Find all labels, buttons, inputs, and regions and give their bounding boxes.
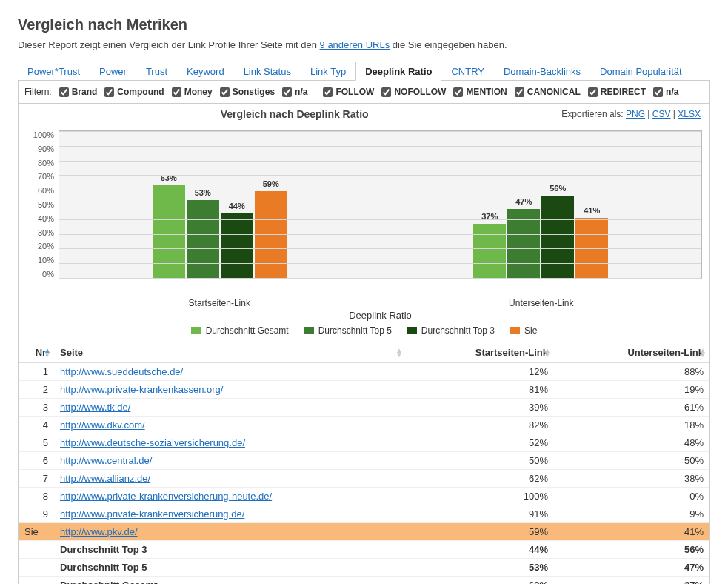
table-row-highlight: Siehttp://www.pkv.de/59%41%: [19, 523, 709, 541]
x-axis-label: Deeplink Ratio: [26, 310, 702, 321]
filter-checkbox[interactable]: [104, 87, 114, 97]
export-xlsx[interactable]: XLSX: [678, 109, 701, 119]
bar-durchschnitt-gesamt: 63%: [153, 185, 185, 278]
filter-checkbox[interactable]: [323, 87, 333, 97]
bar-durchschnitt-top-3: 44%: [221, 213, 253, 278]
table-row: 7http://www.allianz.de/62%38%: [19, 470, 709, 488]
table-row-summary: Durchschnitt Top 553%47%: [19, 559, 709, 577]
col-seite[interactable]: Seite▲▼: [54, 342, 406, 363]
filter-sonstiges[interactable]: Sonstiges: [220, 87, 275, 97]
tab-link-status[interactable]: Link Status: [234, 62, 301, 81]
table-row: 8http://www.private-krankenversicherung-…: [19, 488, 709, 505]
filter-mention[interactable]: MENTION: [453, 87, 507, 97]
chart-legend: Durchschnitt GesamtDurchschnitt Top 5Dur…: [26, 321, 702, 337]
tab-domain-popularit-t[interactable]: Domain Popularität: [590, 62, 692, 81]
data-table: Nr. ▲▼ Seite▲▼ Startseiten-Link▲▼ Unters…: [19, 342, 709, 584]
filter-nofollow[interactable]: NOFOLLOW: [381, 87, 446, 97]
tab-link-typ[interactable]: Link Typ: [301, 62, 355, 81]
table-row-summary: Durchschnitt Top 344%56%: [19, 541, 709, 559]
x-category: Unterseiten-Link: [381, 298, 703, 308]
col-unter[interactable]: Unterseiten-Link▲▼: [554, 342, 709, 363]
table-row: 1http://www.sueddeutsche.de/12%88%: [19, 363, 709, 381]
filter-checkbox[interactable]: [381, 87, 391, 97]
tab-power[interactable]: Power: [90, 62, 136, 81]
filter-brand[interactable]: Brand: [59, 87, 98, 97]
table-row: 9http://www.private-krankenversicherung.…: [19, 505, 709, 523]
url-link[interactable]: http://www.deutsche-sozialversicherung.d…: [60, 437, 245, 448]
filter-checkbox[interactable]: [220, 87, 230, 97]
filter-checkbox[interactable]: [453, 87, 463, 97]
filter-checkbox[interactable]: [588, 87, 598, 97]
legend-item: Sie: [510, 325, 537, 336]
panel: Filtern: BrandCompoundMoneySonstigesn/a …: [18, 81, 710, 584]
export-png[interactable]: PNG: [626, 109, 645, 119]
url-link[interactable]: http://www.sueddeutsche.de/: [60, 366, 183, 377]
tab-cntry[interactable]: CNTRY: [441, 62, 494, 81]
chart: Vergleich nach Deeplink Ratio Exportiere…: [19, 104, 709, 342]
url-link[interactable]: http://www.tk.de/: [60, 402, 130, 413]
filter-label: Filtern:: [24, 87, 52, 97]
bar-durchschnitt-top-5: 53%: [187, 200, 219, 278]
url-link[interactable]: http://www.private-krankenversicherung-h…: [60, 491, 272, 502]
url-link[interactable]: http://www.pkv.de/: [60, 526, 138, 537]
filter-follow[interactable]: FOLLOW: [323, 87, 374, 97]
page-subtitle: Dieser Report zeigt einen Vergleich der …: [18, 39, 710, 50]
legend-item: Durchschnitt Top 3: [407, 325, 495, 336]
tab-domain-backlinks[interactable]: Domain-Backlinks: [494, 62, 590, 81]
filter-divider: [315, 85, 315, 99]
filter-checkbox[interactable]: [172, 87, 181, 97]
filter-checkbox[interactable]: [653, 87, 663, 97]
url-link[interactable]: http://www.private-krankenversicherung.d…: [60, 508, 244, 520]
tab-power-trust[interactable]: Power*Trust: [18, 62, 90, 81]
col-nr[interactable]: Nr. ▲▼: [19, 342, 54, 363]
table-row-summary: Durchschnitt Gesamt63%37%: [19, 577, 709, 585]
filter-n/a[interactable]: n/a: [653, 87, 678, 97]
filter-n/a[interactable]: n/a: [282, 87, 307, 97]
bar-durchschnitt-top-3: 56%: [541, 196, 574, 278]
bar-durchschnitt-gesamt: 37%: [473, 224, 506, 278]
page-title: Vergleich nach Metriken: [18, 16, 710, 33]
table-row: 6http://www.central.de/50%50%: [19, 452, 709, 470]
filter-checkbox[interactable]: [515, 87, 524, 97]
url-link[interactable]: http://www.private-krankenkassen.org/: [60, 384, 223, 395]
filter-money[interactable]: Money: [172, 87, 213, 97]
metric-tabs: Power*TrustPowerTrustKeywordLink StatusL…: [18, 61, 710, 81]
url-link[interactable]: http://www.allianz.de/: [60, 473, 150, 484]
url-link[interactable]: http://www.central.de/: [60, 455, 152, 466]
filter-canonical[interactable]: CANONICAL: [515, 87, 581, 97]
x-category: Startseiten-Link: [59, 298, 381, 308]
export-options: Exportieren als: PNG | CSV | XLSX: [561, 109, 701, 119]
legend-item: Durchschnitt Gesamt: [191, 325, 289, 336]
plot-area: 63%53%44%59%37%47%56%41%: [59, 130, 702, 279]
col-start[interactable]: Startseiten-Link▲▼: [406, 342, 554, 363]
tab-deeplink-ratio[interactable]: Deeplink Ratio: [355, 62, 441, 81]
table-row: 2http://www.private-krankenkassen.org/81…: [19, 381, 709, 399]
tab-trust[interactable]: Trust: [136, 62, 177, 81]
table-row: 4http://www.dkv.com/82%18%: [19, 417, 709, 434]
legend-item: Durchschnitt Top 5: [304, 325, 392, 336]
other-urls-link[interactable]: 9 anderen URLs: [320, 39, 390, 50]
export-csv[interactable]: CSV: [652, 109, 671, 119]
filter-compound[interactable]: Compound: [104, 87, 164, 97]
url-link[interactable]: http://www.dkv.com/: [60, 419, 145, 431]
tab-keyword[interactable]: Keyword: [177, 62, 234, 81]
table-row: 5http://www.deutsche-sozialversicherung.…: [19, 434, 709, 452]
table-row: 3http://www.tk.de/39%61%: [19, 399, 709, 417]
x-axis-categories: Startseiten-LinkUnterseiten-Link: [26, 298, 702, 308]
chart-title: Vergleich nach Deeplink Ratio: [27, 108, 561, 120]
filter-checkbox[interactable]: [59, 87, 69, 97]
filter-redirect[interactable]: REDIRECT: [588, 87, 646, 97]
filter-bar: Filtern: BrandCompoundMoneySonstigesn/a …: [19, 81, 709, 104]
y-axis: 100%90%80%70%60%50%40%30%20%10%0%: [26, 120, 59, 298]
filter-checkbox[interactable]: [282, 87, 292, 97]
